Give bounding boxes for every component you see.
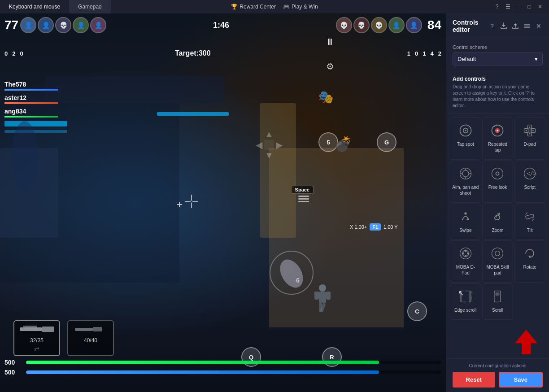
moba-skill-icon: [489, 245, 505, 261]
zoom-label: Zoom: [492, 227, 504, 233]
h-line-2: [298, 198, 309, 200]
weapon-ammo-2: 40/40: [84, 337, 97, 344]
controls-grid: Tap spot Repeated tap: [446, 114, 549, 323]
svg-rect-6: [45, 76, 224, 103]
window-controls: ? ☰ — □ ✕: [493, 3, 549, 10]
panel-export-icon[interactable]: [511, 22, 519, 30]
control-repeated-tap[interactable]: Repeated tap: [482, 118, 514, 160]
script-label: Script: [524, 184, 536, 190]
svg-text:6: 6: [296, 277, 300, 284]
tap-spot-label: Tap spot: [457, 141, 474, 147]
svg-rect-17: [314, 292, 319, 300]
btn-g[interactable]: G: [377, 132, 396, 152]
crosshair: [176, 195, 198, 211]
svg-point-64: [495, 251, 500, 256]
h-line-1: [298, 196, 309, 197]
control-zoom[interactable]: Zoom: [482, 204, 514, 240]
menu-button[interactable]: ☰: [504, 3, 511, 10]
armor-bar-fill: [26, 370, 379, 374]
panel-title: Controls editor: [453, 19, 488, 33]
weapon-slot-1[interactable]: 32/35 ⇄: [13, 320, 60, 356]
f1-badge: F1: [370, 223, 381, 231]
avatar-right-4: 👤: [388, 17, 405, 33]
team-right: 💀 💀 💀 👤 👤 84: [336, 17, 441, 33]
add-controls-section: Add controls Drag and drop an action on …: [446, 71, 549, 114]
stat-2b: 2: [438, 50, 441, 57]
panel-help-icon[interactable]: ?: [488, 22, 496, 30]
avatar-right-3: 💀: [371, 17, 387, 33]
svg-rect-28: [93, 327, 102, 331]
minimize-button[interactable]: —: [515, 3, 522, 10]
svg-rect-8: [260, 103, 296, 238]
play-win[interactable]: 🎮 Play & Win: [283, 4, 318, 10]
svg-point-34: [497, 130, 499, 131]
svg-rect-18: [326, 292, 331, 300]
svg-marker-41: [529, 133, 531, 135]
aim-pan-shoot-label: Aim, pan and shoot: [452, 184, 479, 196]
control-rotate[interactable]: Rotate: [514, 240, 545, 283]
game-timer: 1:46: [213, 21, 229, 30]
position-x: X 1.00+: [350, 224, 367, 230]
control-aim-pan-shoot[interactable]: Aim, pan and shoot: [450, 161, 481, 203]
control-tap-spot[interactable]: Tap spot: [450, 118, 481, 160]
dpad-icon: [522, 122, 538, 139]
dpad-label: D-pad: [524, 141, 536, 147]
tab-keyboard-mouse[interactable]: Keyboard and mouse: [0, 0, 69, 13]
stat-4: 4: [431, 50, 434, 57]
svg-point-9: [11, 121, 38, 193]
game-area: 77 👤 👤 💀 👤 👤 1:46 💀 💀: [0, 13, 446, 392]
control-tilt[interactable]: Tilt: [514, 204, 545, 240]
control-dpad[interactable]: D-pad: [514, 118, 545, 160]
control-moba-dpad[interactable]: MOBA D-Pad: [450, 240, 481, 283]
control-swipe[interactable]: Swipe: [450, 204, 481, 240]
title-bar: Keyboard and mouse Gamepad 🏆 Reward Cent…: [0, 0, 549, 13]
rotate-icon: [522, 245, 538, 261]
stats-right: 1 0 1 4 2: [407, 50, 441, 57]
swipe-label: Swipe: [459, 227, 471, 233]
control-script[interactable]: </> Script: [514, 161, 545, 203]
scheme-selected: Default: [458, 56, 476, 62]
reset-button[interactable]: Reset: [453, 372, 495, 388]
scroll-label: Scroll: [492, 307, 503, 313]
help-button[interactable]: ?: [493, 3, 501, 10]
hud-top: 77 👤 👤 💀 👤 👤 1:46 💀 💀: [0, 17, 446, 33]
svg-marker-40: [529, 126, 531, 128]
avatar-right-1: 💀: [336, 17, 352, 33]
control-free-look[interactable]: Free look: [482, 161, 514, 203]
avatar-right-5: 👤: [406, 17, 422, 33]
rotate-label: Rotate: [523, 264, 536, 270]
player-name-2: aster12: [4, 94, 58, 104]
stat-0: 0: [4, 50, 8, 57]
panel-close-icon[interactable]: ✕: [535, 22, 543, 30]
position-y: 1.00 Y: [383, 224, 398, 230]
stat-1b: 1: [423, 50, 426, 57]
armor-value: 500: [4, 369, 22, 376]
btn-c[interactable]: C: [407, 301, 427, 321]
health-bar-container: [26, 361, 441, 364]
close-button[interactable]: ✕: [536, 3, 544, 10]
tilt-icon: [522, 209, 538, 225]
hud-stats-row: 0 2 0 Target:300 1 0 1 4 2: [0, 49, 446, 57]
reward-center[interactable]: 🏆 Reward Center: [231, 4, 276, 10]
svg-point-55: [464, 212, 466, 214]
settings-button[interactable]: ⚙: [322, 58, 338, 74]
panel-import-icon[interactable]: [500, 22, 508, 30]
svg-point-15: [319, 284, 326, 292]
scheme-dropdown[interactable]: Default ▾: [453, 52, 543, 65]
tab-gamepad[interactable]: Gamepad: [69, 0, 111, 13]
panel-share-icon[interactable]: [523, 22, 531, 30]
avatar-right-2: 💀: [353, 17, 370, 33]
control-scroll[interactable]: Scroll: [482, 283, 514, 320]
dpad-control[interactable]: ▲ ◀ ▶ ▼: [256, 129, 283, 161]
maximize-button[interactable]: □: [526, 3, 533, 10]
armor-bar-container: [26, 370, 441, 374]
save-button[interactable]: Save: [499, 372, 543, 388]
control-edge-scroll[interactable]: Edge scroll: [450, 283, 481, 320]
weapon-slot-2[interactable]: 40/40: [67, 320, 114, 356]
player-bar-1: [4, 89, 58, 91]
pause-button[interactable]: ⏸: [322, 34, 338, 50]
footer-buttons: Reset Save: [453, 372, 543, 388]
control-moba-skill[interactable]: MOBA Skill pad: [482, 240, 514, 283]
health-bars: 500 500: [4, 359, 441, 379]
moba-skill-label: MOBA Skill pad: [484, 264, 511, 276]
